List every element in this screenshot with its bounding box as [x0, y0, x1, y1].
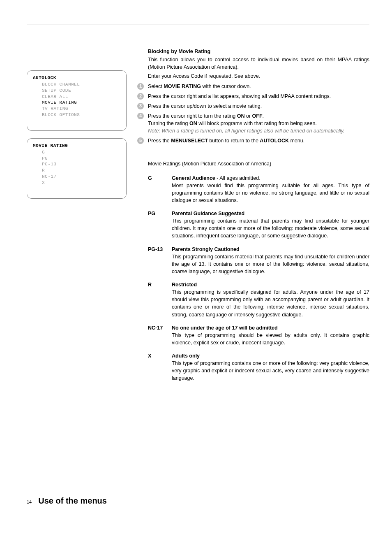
top-rule — [27, 25, 369, 25]
step-text: Press the cursor up/down to select a mov… — [148, 102, 369, 110]
menu-movie-rating-title: MOVIE RATING — [33, 143, 121, 149]
intro-1: This function allows you to control acce… — [148, 56, 369, 71]
rating-code: PG-13 — [148, 246, 172, 276]
menu-item: G — [33, 149, 121, 156]
t: Restricted — [172, 282, 197, 288]
t: with the cursor down. — [201, 84, 251, 89]
page-number: 14 — [27, 499, 32, 506]
t: Adults only — [172, 353, 200, 359]
menu-movie-rating: MOVIE RATING G PG PG-13 R NC-17 X — [27, 138, 127, 199]
t: menu. — [289, 138, 304, 144]
menu-item: R — [33, 167, 121, 174]
menu-item: SETUP CODE — [33, 88, 121, 94]
menu-autolock: AUTOLOCK BLOCK CHANNEL SETUP CODE CLEAR … — [27, 70, 127, 131]
menu-item: BLOCK OPTIONS — [33, 112, 121, 118]
t: This programming contains material that … — [172, 254, 369, 274]
step-number-icon: 2 — [137, 93, 144, 100]
t: This programming is specifically designe… — [172, 289, 369, 317]
left-column: AUTOLOCK BLOCK CHANNEL SETUP CODE CLEAR … — [27, 48, 148, 206]
t: or — [245, 113, 252, 119]
step-2: 2 Press the cursor right and a list appe… — [137, 93, 369, 100]
step-5: 5 Press the MENU/SELECT button to return… — [137, 137, 369, 144]
menu-item: PG-13 — [33, 161, 121, 167]
t: MOVIE RATING — [164, 84, 201, 89]
rating-x: X Adults only This type of programming c… — [148, 352, 369, 382]
rating-code: R — [148, 281, 172, 318]
t: Turning the rating — [148, 121, 189, 126]
rating-body: Restricted This programming is specifica… — [172, 281, 369, 318]
t: Press the cursor right to turn the ratin… — [148, 113, 237, 119]
step-number-icon: 3 — [137, 103, 144, 109]
t: Select — [148, 84, 164, 89]
t: This programming contains material that … — [172, 218, 369, 239]
rating-r: R Restricted This programming is specifi… — [148, 281, 369, 318]
footer-title: Use of the menus — [38, 495, 107, 507]
rating-code: G — [148, 174, 172, 204]
t: Parental Guidance Suggested — [172, 211, 244, 216]
menu-item: TV RATING — [33, 106, 121, 112]
step-text: Press the MENU/SELECT button to return t… — [148, 137, 369, 144]
rating-body: General Audience - All ages admitted. Mo… — [172, 174, 369, 204]
rating-pg: PG Parental Guidance Suggested This prog… — [148, 210, 369, 240]
ratings-heading: Movie Ratings (Motion Picture Associatio… — [148, 160, 369, 167]
step-note: Note: When a rating is turned on, all hi… — [148, 128, 345, 134]
step-number-icon: 5 — [137, 137, 144, 144]
menu-autolock-title: AUTOLOCK — [33, 75, 121, 81]
rating-body: Parents Strongly Cautioned This programm… — [172, 246, 369, 276]
t: AUTOLOCK — [260, 138, 289, 144]
menu-item: X — [33, 180, 121, 186]
menu-item-active: MOVIE RATING — [33, 100, 121, 106]
menu-item: NC-17 — [33, 174, 121, 180]
t: Press the — [148, 138, 171, 144]
rating-body: Parental Guidance Suggested This program… — [172, 210, 369, 240]
step-number-icon: 1 — [137, 83, 144, 90]
section-title: Blocking by Movie Rating — [148, 48, 369, 55]
t: This type of programming should be viewe… — [172, 332, 369, 346]
t: This type of programming contains one or… — [172, 360, 369, 381]
t: Parents Strongly Cautioned — [172, 246, 240, 252]
step-4: 4 Press the cursor right to turn the rat… — [137, 112, 369, 135]
rating-g: G General Audience - All ages admitted. … — [148, 174, 369, 204]
step-number-icon: 4 — [137, 113, 144, 119]
rating-pg13: PG-13 Parents Strongly Cautioned This pr… — [148, 246, 369, 276]
t: ON — [237, 113, 245, 119]
rating-code: X — [148, 352, 172, 382]
rating-code: NC-17 — [148, 324, 172, 346]
right-column: Blocking by Movie Rating This function a… — [148, 48, 369, 388]
menu-item: BLOCK CHANNEL — [33, 81, 121, 88]
t: Most parents would find this programming… — [172, 183, 369, 203]
rating-body: Adults only This type of programming con… — [172, 352, 369, 382]
rating-code: PG — [148, 210, 172, 240]
intro-2: Enter your Access Code if requested. See… — [148, 72, 369, 80]
step-text: Press the cursor right to turn the ratin… — [148, 112, 369, 135]
t: will block programs with that rating fro… — [197, 121, 317, 126]
t: - All ages admitted. — [215, 175, 261, 181]
t: No one under the age of 17 will be admit… — [172, 325, 278, 331]
t: . — [263, 113, 264, 119]
step-3: 3 Press the cursor up/down to select a m… — [137, 102, 369, 110]
step-1: 1 Select MOVIE RATING with the cursor do… — [137, 83, 369, 90]
step-text: Press the cursor right and a list appear… — [148, 93, 369, 100]
step-text: Select MOVIE RATING with the cursor down… — [148, 83, 369, 90]
t: MENU/SELECT — [171, 138, 208, 144]
rating-nc17: NC-17 No one under the age of 17 will be… — [148, 324, 369, 346]
t: button to return to the — [208, 138, 260, 144]
menu-item: CLEAR ALL — [33, 94, 121, 100]
t: ON — [189, 121, 197, 126]
rating-body: No one under the age of 17 will be admit… — [172, 324, 369, 346]
t: General Audience — [172, 175, 215, 181]
menu-item: PG — [33, 156, 121, 162]
page-footer: 14 Use of the menus — [27, 495, 369, 507]
t: OFF — [252, 113, 263, 119]
